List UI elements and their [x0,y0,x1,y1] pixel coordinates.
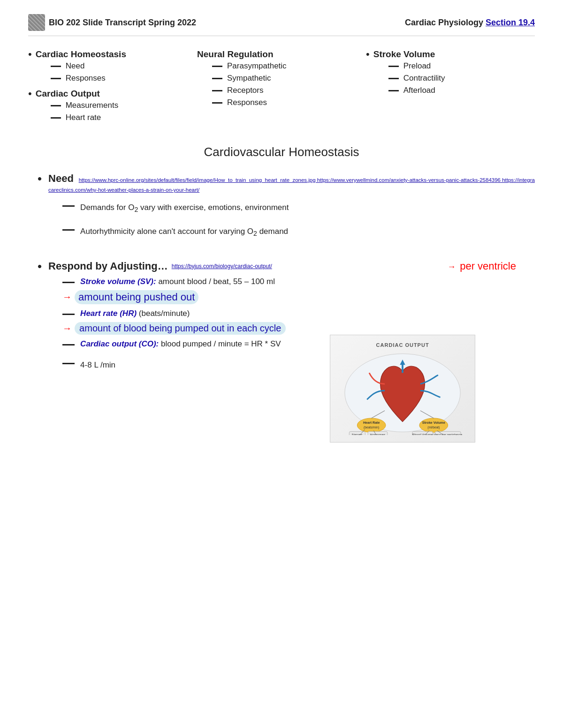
need-sub-o2: Demands for O2 vary with exercise, emoti… [62,201,535,213]
dash-icon [388,90,399,91]
dash-icon [212,90,222,91]
dash-icon [388,66,399,67]
liter-item: 4-8 L /min [62,358,152,370]
hw-text-2: amount of blood being pumped out in each… [75,322,286,335]
respond-sub-list: Stroke volume (SV): amount blood / beat,… [62,277,535,286]
dash-icon [51,105,61,106]
toc-neural-regulation-label: Neural Regulation [197,49,274,59]
arrow-icon: → [447,262,456,271]
diagram-svg: Heart Rate (beats/min) Stroke Volume (ml… [337,351,468,435]
toc-sub-need: Need [51,61,126,71]
svg-text:Stroke Volume: Stroke Volume [422,421,445,425]
liter-text: 4-8 L /min [80,358,115,370]
hw-annotation-2: → amount of blood being pumped out in ea… [62,322,535,335]
header-right: Cardiac Physiology Section 19.4 [405,18,535,28]
need-sub-autorhythmicity: Autorhythmicity alone can't account for … [62,225,535,237]
respond-hr-item: Heart rate (HR) (beats/minute) [62,309,535,318]
toc-sub-parasympathetic: Parasympathetic [212,61,361,71]
respond-sub-list-2: Heart rate (HR) (beats/minute) [62,309,535,318]
section-title: Cardiovascular Homeostasis [28,145,535,159]
toc: • Cardiac Homeostasis Need Responses • [28,49,535,128]
per-ventricle-text: per ventricle [460,260,516,272]
toc-sub-measurements: Measurements [51,101,118,110]
hw-arrow-2: → [62,323,72,334]
toc-sub-list-2: Measurements Heart rate [51,101,118,122]
need-bullet-dot: • [38,172,42,186]
sub-dash-icon [62,344,75,345]
dash-icon [212,66,222,67]
dash-icon [51,66,61,67]
dash-icon [51,78,61,79]
hr-text: (beats/minute) [139,309,190,318]
toc-sub-list-1: Need Responses [51,61,126,83]
respond-content: Respond by Adjusting… https://byjus.com/… [48,260,535,443]
toc-cardiac-output-label: Cardiac Output [36,89,100,98]
dash-icon [212,78,222,79]
hw-annotation-1: → amount being pushed out [62,290,535,304]
toc-sub-contractility: Contractility [388,74,445,83]
diagram-row: 4-8 L /min CARDIAC OUTPUT [48,353,535,443]
toc-sub-responses: Responses [51,74,126,83]
main-content: • Need https://www.hprc-online.org/sites… [38,173,535,443]
need-links[interactable]: https://www.hprc-online.org/sites/defaul… [48,177,535,193]
per-ventricle-annotation: → per ventricle [272,260,535,272]
toc-sub-sympathetic: Sympathetic [212,74,361,83]
logo-image [28,14,45,31]
bullet-dot: • [366,48,370,60]
sub-dash-icon [62,363,75,364]
sv-text: amount blood / beat, 55 – 100 ml [158,277,275,286]
liter-range-area: 4-8 L /min [48,353,152,374]
toc-sub-responses: Responses [212,98,361,107]
toc-sub-list-4: Preload Contractility Afterload [388,61,445,95]
sub-dash-icon [62,205,75,207]
toc-col-1: • Cardiac Homeostasis Need Responses • [28,49,197,128]
toc-sub-receptors: Receptors [212,86,361,95]
sv-label: Stroke volume (SV): [80,277,156,286]
need-content: Need https://www.hprc-online.org/sites/d… [48,173,535,249]
toc-stroke-volume-label: Stroke Volume [373,49,435,59]
toc-sub-afterload: Afterload [388,86,445,95]
need-sub-list: Demands for O2 vary with exercise, emoti… [62,201,535,238]
svg-text:(beats/min): (beats/min) [364,426,379,429]
need-label: Need [48,173,74,184]
heart-diagram: CARDIAC OUTPUT [330,335,475,443]
toc-col-3: • Stroke Volume Preload Contractility Af… [366,49,535,128]
header-subject: Cardiac Physiology [405,18,486,27]
respond-sv-item: Stroke volume (SV): amount blood / beat,… [62,277,535,286]
dash-icon [212,102,222,104]
respond-bullet-dot: • [38,259,42,274]
hr-label: Heart rate (HR) [80,309,137,318]
dash-icon [51,117,61,119]
section-link[interactable]: Section 19.4 [486,18,535,27]
svg-text:Vascular resistance: Vascular resistance [434,433,462,435]
liter-sub-list: 4-8 L /min [62,358,152,370]
bullet-dot: • [28,48,32,60]
dash-icon [388,78,399,79]
diagram-title: CARDIAC OUTPUT [376,342,429,348]
header: BIO 202 Slide Transcript Spring 2022 Car… [28,14,535,36]
respond-header-line: Respond by Adjusting… https://byjus.com/… [48,260,535,272]
respond-bullet: • Respond by Adjusting… https://byjus.co… [38,260,535,443]
sub-dash-icon [62,314,75,315]
toc-item-stroke-volume: • Stroke Volume Preload Contractility Af… [366,49,530,98]
sub-dash-icon [62,282,75,283]
hw-text-1: amount being pushed out [75,290,198,304]
svg-text:(ml/beat): (ml/beat) [427,426,440,429]
svg-text:Hormones: Hormones [370,433,386,435]
header-title: BIO 202 Slide Transcript Spring 2022 [49,18,196,28]
sub-dash-icon [62,229,75,231]
toc-sub-list-3: Parasympathetic Sympathetic Receptors Re… [212,61,361,107]
hw-arrow-1: → [62,292,72,302]
toc-item-cardiac-homeostasis: • Cardiac Homeostasis Need Responses [28,49,192,86]
toc-cardiac-homeostasis-label: Cardiac Homeostasis [36,49,126,59]
respond-link[interactable]: https://byjus.com/biology/cardiac-output… [172,263,272,270]
svg-text:Heart Rate: Heart Rate [363,421,380,425]
need-bullet: • Need https://www.hprc-online.org/sites… [38,173,535,249]
toc-sub-heart-rate: Heart rate [51,113,118,122]
bullet-dot: • [28,88,32,100]
toc-col-2: Neural Regulation Parasympathetic Sympat… [197,49,366,128]
toc-item-cardiac-output: • Cardiac Output Measurements Heart rate [28,89,192,125]
co-label: Cardiac output (CO): [80,339,159,348]
co-text: blood pumped / minute = HR * SV [161,339,281,348]
svg-text:Blood Volume: Blood Volume [412,433,433,435]
